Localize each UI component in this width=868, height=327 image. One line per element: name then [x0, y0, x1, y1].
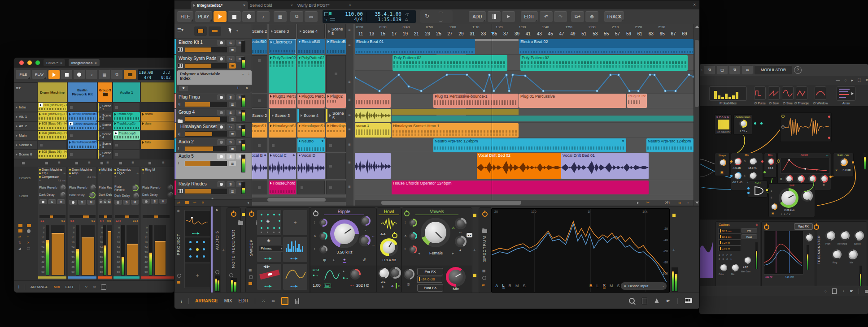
launcher-clip[interactable]: ▶808 (Bass-08) - Ho	[38, 103, 67, 112]
device-title[interactable]: SWEEP	[249, 239, 253, 256]
expand-icon[interactable]: ▸	[851, 78, 854, 82]
scene-launch-icon[interactable]: ≣	[348, 143, 351, 146]
send-knob[interactable]	[167, 185, 173, 190]
zoom-button[interactable]	[35, 60, 40, 65]
port-in[interactable]	[747, 192, 750, 194]
empty-slot[interactable]	[113, 150, 140, 159]
solo-button[interactable]: S	[78, 200, 86, 205]
value-field[interactable]: 92.1 cm	[718, 234, 741, 240]
arrow-right-icon[interactable]: →	[371, 243, 375, 247]
mod-indicator[interactable]	[242, 213, 245, 216]
record-button[interactable]	[242, 11, 255, 22]
scene-intro[interactable]: Intro	[14, 103, 37, 112]
tab-wurly-bird[interactable]: Wurly Bird POST*×	[295, 1, 354, 9]
fx-gain-field[interactable]: -24.0 dB	[417, 276, 442, 283]
display-mode-button[interactable]	[124, 70, 136, 79]
port-in[interactable]	[730, 175, 733, 177]
port-in[interactable]	[763, 171, 766, 173]
arm-button[interactable]	[99, 199, 103, 204]
close-icon[interactable]: ⊗	[755, 223, 758, 227]
phase-icon[interactable]: Φ	[323, 258, 326, 262]
vowels-knob-4[interactable]	[455, 218, 467, 229]
info-button[interactable]: i	[18, 285, 19, 289]
launcher-clip[interactable]: PolyPatter02	[269, 55, 296, 93]
track-header[interactable]: Electro Kit 1 S M ≣	[174, 39, 252, 54]
arm-button[interactable]	[217, 124, 225, 130]
launcher-clip[interactable]: 808 (Bass-08) - Ho	[38, 131, 67, 140]
browser-icon[interactable]	[642, 298, 647, 304]
spread-icon[interactable]: ↕	[314, 220, 315, 224]
tool-dropdown-icon[interactable]: ▾	[236, 29, 238, 33]
launcher-clip[interactable]: HouseChord	[269, 181, 296, 194]
sidebar-icon-grid[interactable]: ⇄+ ⇅✕ ◢🖵	[18, 224, 34, 251]
search-icon[interactable]	[629, 298, 635, 304]
close-icon[interactable]: ×	[291, 3, 293, 8]
launcher-automation-icon[interactable]: ⌒	[438, 16, 443, 22]
arranger-clip-selected[interactable]: Vocal Drift Bed 02	[477, 153, 561, 179]
mix-knob-1[interactable]	[734, 158, 742, 165]
loop-icon[interactable]: ↻	[425, 13, 429, 19]
tab-arrange[interactable]: ARRANGE	[31, 285, 48, 289]
palette-sine[interactable]	[782, 86, 794, 100]
transport-display[interactable]: 110.00 4/4 2.2 0:02	[138, 69, 174, 80]
position-display[interactable]: 2.2	[163, 70, 170, 75]
device-title[interactable]: Cabinet	[719, 223, 729, 226]
titlebar[interactable]: BMW7*× IntegratedMX×	[14, 58, 175, 68]
sends-label[interactable]: Sends	[19, 194, 28, 198]
punch-out-icon[interactable]: △	[405, 17, 408, 21]
redo-button[interactable]: ↷	[554, 11, 567, 22]
play-menu-button[interactable]: PLAY	[32, 70, 47, 79]
port-out[interactable]	[828, 116, 830, 118]
vowels-knob-5[interactable]	[455, 236, 467, 247]
module-filter[interactable]: SVF A B ▣ 2.09 kHz ∖∧∕∨	[768, 183, 815, 217]
port-out[interactable]	[852, 161, 854, 164]
detach-icon[interactable]: ⛶	[858, 78, 860, 83]
solo-toggle[interactable]: S	[744, 174, 746, 177]
volume-fader[interactable]	[185, 146, 227, 151]
panel-icon[interactable]	[101, 284, 106, 290]
file-button[interactable]: FILE	[177, 11, 193, 22]
ripple-cutoff-knob[interactable]	[330, 219, 359, 248]
scene-6[interactable]: Scene 6	[14, 150, 37, 159]
howl-mode[interactable]: AA	[380, 232, 386, 236]
fold-icon[interactable]: ◢	[18, 247, 25, 251]
arranger-clip[interactable]: Plug 01 Percussive-bounce-1	[433, 94, 519, 108]
module-xor[interactable]: XOR	[748, 181, 768, 198]
mod-indicator[interactable]	[473, 274, 476, 277]
devices-label[interactable]: Devices	[19, 176, 31, 180]
send-knob[interactable]	[89, 192, 96, 198]
power-icon[interactable]	[814, 224, 819, 230]
automation-lane[interactable]	[355, 71, 694, 93]
channel-header-audio1[interactable]: Audio 1	[113, 82, 140, 102]
solo-button[interactable]: S	[227, 154, 235, 159]
track-name[interactable]: Audio 2	[179, 139, 194, 144]
module-oscilloscope[interactable]	[780, 112, 832, 142]
scene-launch-icon[interactable]: ≣	[348, 98, 351, 102]
width-icon[interactable]: ◄►	[380, 280, 386, 284]
pan-slider[interactable]	[143, 215, 170, 218]
empty-slot[interactable]	[326, 55, 346, 93]
modulator-dots[interactable]: ◈	[257, 210, 282, 236]
launcher-clip[interactable]: dwnr	[141, 121, 174, 130]
pin-icon[interactable]: ⁞	[249, 72, 249, 76]
ab-b-label[interactable]: B	[398, 284, 400, 288]
flag-icon[interactable]: ‣	[343, 270, 345, 274]
empty-slot[interactable]	[326, 181, 346, 194]
arranger-clip[interactable]: Plug 01 Pe	[627, 94, 647, 108]
wave-icon[interactable]: ≈	[333, 258, 335, 262]
copy-icon[interactable]: ⧉	[704, 66, 715, 74]
scene-alt1[interactable]: Alt. 1	[14, 112, 37, 121]
lfo-freq[interactable]: 262 Hz	[356, 283, 369, 288]
scene-5[interactable]: Scene 5	[14, 140, 37, 150]
arm-button[interactable]	[217, 181, 225, 187]
arranger-clip[interactable]: Poly Pattern 02	[520, 55, 688, 71]
channel-r-button[interactable]: R	[603, 283, 606, 288]
mix-knob-2[interactable]	[749, 158, 757, 165]
retrigger-icon[interactable]: ↺	[362, 258, 366, 262]
routing-button[interactable]: ≣	[229, 131, 236, 137]
mix-knob[interactable]	[848, 250, 858, 259]
solo-toggle[interactable]: S	[744, 160, 746, 163]
routing-button[interactable]: ≣	[229, 116, 236, 122]
vowels-knob-1[interactable]	[409, 219, 417, 227]
delete-icon[interactable]: ✕	[27, 241, 34, 245]
